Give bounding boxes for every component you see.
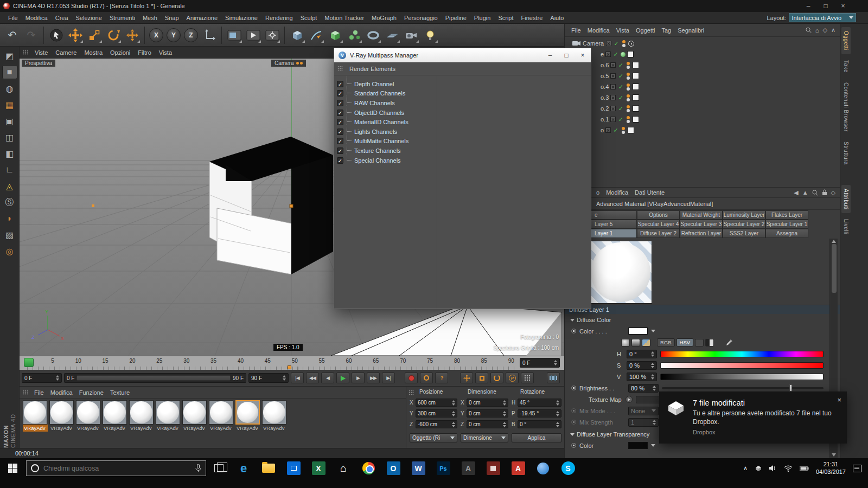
vp-menu-filtro[interactable]: Filtro bbox=[134, 49, 155, 56]
texture-expand-button[interactable] bbox=[626, 396, 633, 403]
vp-menu-camere[interactable]: Camere bbox=[52, 49, 80, 56]
scale-tool[interactable] bbox=[85, 26, 103, 44]
tab-specular-layer-2[interactable]: Specular Layer 2 bbox=[723, 220, 765, 229]
apply-button[interactable]: Applica bbox=[512, 433, 561, 442]
mixer-icon[interactable] bbox=[695, 339, 704, 346]
visibility-dots[interactable] bbox=[626, 62, 631, 69]
material-item-active[interactable]: VRayAdv bbox=[235, 400, 260, 432]
goto-start-button[interactable]: |◀ bbox=[291, 373, 304, 383]
menu-crea[interactable]: Crea bbox=[52, 15, 72, 21]
taskbar-clock[interactable]: 21:31 04/03/2017 bbox=[816, 461, 846, 476]
record-parameter-toggle[interactable]: P bbox=[506, 373, 519, 383]
tab-struttura[interactable]: Struttura bbox=[841, 138, 851, 169]
swatch-dropdown-icon[interactable] bbox=[651, 444, 655, 447]
dimension-x-field[interactable]: 0 cm bbox=[467, 399, 508, 407]
texture-tag-icon[interactable] bbox=[633, 62, 639, 68]
enable-toggle[interactable] bbox=[610, 95, 616, 100]
state-check-icon[interactable]: ✓ bbox=[617, 73, 624, 80]
position-z-field[interactable]: -600 cm bbox=[416, 420, 457, 428]
menu-strumenti[interactable]: Strumenti bbox=[106, 15, 139, 21]
object-row[interactable]: o.3 ✓ bbox=[565, 92, 840, 103]
spline-pen-button[interactable] bbox=[307, 26, 325, 44]
wifi-icon[interactable] bbox=[784, 465, 793, 472]
back-icon[interactable]: ◀ bbox=[794, 189, 798, 196]
scroll-thumb[interactable] bbox=[832, 244, 837, 293]
visibility-dots[interactable] bbox=[626, 116, 631, 123]
state-check-icon[interactable]: ✓ bbox=[617, 116, 624, 123]
tab-assegna[interactable]: Assegna bbox=[765, 229, 808, 238]
eyedropper-icon[interactable] bbox=[726, 339, 733, 346]
dialog-title-bar[interactable]: V V-Ray Multipass Manager – □ × bbox=[334, 48, 591, 62]
saturation-field[interactable]: 0 % bbox=[627, 361, 657, 370]
object-row[interactable]: o.6 ✓ bbox=[565, 60, 840, 70]
object-mode-dropdown[interactable]: Oggetto (Ri bbox=[410, 433, 457, 442]
enable-toggle[interactable] bbox=[610, 84, 616, 89]
enable-axis-icon[interactable]: ◬ bbox=[2, 179, 17, 193]
texture-tag-icon[interactable] bbox=[628, 127, 634, 133]
cortana-search-box[interactable] bbox=[26, 460, 206, 476]
rotation-b-field[interactable]: 0 ° bbox=[518, 420, 561, 428]
hsv-button[interactable]: HSV bbox=[676, 338, 694, 346]
undo-button[interactable]: ↶ bbox=[3, 26, 21, 44]
prev-key-button[interactable]: ◀◀ bbox=[306, 373, 319, 383]
menu-snap[interactable]: Snap bbox=[161, 15, 183, 21]
visibility-dots[interactable] bbox=[626, 94, 631, 101]
taskbar-app-edge[interactable]: e bbox=[231, 458, 256, 478]
material-item[interactable]: VRayAdv bbox=[129, 400, 154, 432]
taskbar-app-skype[interactable]: S bbox=[556, 458, 580, 478]
mat-menu-texture[interactable]: Texture bbox=[107, 389, 133, 396]
material-item[interactable]: VRayAdv bbox=[23, 400, 48, 432]
microphone-icon[interactable] bbox=[195, 464, 201, 472]
visibility-dots[interactable] bbox=[621, 40, 627, 47]
material-item[interactable]: VRayAdv bbox=[262, 400, 287, 432]
menu-plugin[interactable]: Plugin bbox=[470, 15, 495, 21]
visibility-dots[interactable] bbox=[626, 73, 631, 80]
render-view-button[interactable] bbox=[225, 26, 243, 44]
channel-checkbox[interactable]: ✓ bbox=[337, 90, 343, 97]
tab-diffuse-layer-2[interactable]: Diffuse Layer 2 bbox=[637, 229, 680, 238]
material-item[interactable]: VRayAdv bbox=[182, 400, 207, 432]
move-tool[interactable] bbox=[66, 26, 84, 44]
dropbox-notification[interactable]: × 7 file modificati Tu e altre persone a… bbox=[659, 391, 847, 444]
timeline-range-scrubber[interactable]: 0 F90 F bbox=[64, 373, 246, 383]
texture-tag-icon[interactable] bbox=[633, 94, 639, 101]
taskbar-app-excel[interactable]: X bbox=[306, 458, 331, 478]
tab-options[interactable]: Options bbox=[637, 210, 680, 220]
material-item[interactable]: VRayAdv bbox=[209, 400, 234, 432]
layout-dropdown[interactable]: Interfaccia di Avvio bbox=[789, 13, 856, 22]
timeline-ruler[interactable]: 051015202530354045505560657075808590 0 F bbox=[20, 356, 564, 370]
vp-menu-vista[interactable]: Vista bbox=[155, 49, 176, 56]
notification-close-button[interactable]: × bbox=[837, 396, 841, 404]
state-check-icon[interactable]: ✓ bbox=[617, 62, 624, 69]
material-item[interactable]: VRayAdv bbox=[156, 400, 181, 432]
texture-tag-icon[interactable] bbox=[633, 105, 639, 112]
taskbar-app-dark[interactable]: A bbox=[456, 458, 481, 478]
render-settings-button[interactable] bbox=[263, 26, 281, 44]
prev-frame-button[interactable]: ◀ bbox=[321, 373, 334, 383]
menu-selezione[interactable]: Selezione bbox=[72, 15, 106, 21]
lock-icon[interactable] bbox=[822, 189, 827, 196]
tab-attributi[interactable]: Attributi bbox=[841, 185, 851, 213]
channel-checkbox[interactable]: ✓ bbox=[337, 110, 343, 116]
am-menu-modifica[interactable]: Modifica bbox=[603, 189, 631, 196]
enable-toggle[interactable] bbox=[610, 106, 616, 111]
dropbox-tray-icon[interactable] bbox=[755, 465, 762, 472]
tab-material-weight[interactable]: Material Weight bbox=[680, 210, 723, 220]
value-field[interactable]: 100 % bbox=[627, 373, 657, 381]
group-diffuse-color[interactable]: Diffuse Color bbox=[565, 316, 840, 324]
ruler-frame-field[interactable]: 0 F bbox=[520, 358, 560, 368]
dialog-close-button[interactable]: × bbox=[575, 48, 591, 62]
material-item[interactable]: VRayAdv bbox=[103, 400, 127, 432]
tab-luminosity-layer[interactable]: Luminosity Layer bbox=[723, 210, 765, 220]
rotation-p-field[interactable]: -19.45 ° bbox=[518, 409, 561, 418]
panel-grip-icon[interactable] bbox=[23, 389, 28, 395]
search-icon[interactable] bbox=[806, 27, 812, 33]
material-preview-sphere[interactable] bbox=[589, 241, 652, 304]
material-item[interactable]: VRayAdv bbox=[49, 400, 74, 432]
rotate-tool[interactable] bbox=[104, 26, 122, 44]
channel-checkbox[interactable]: ✓ bbox=[337, 100, 343, 106]
hue-gradient-bar[interactable] bbox=[660, 351, 824, 357]
scroll-down-icon[interactable] bbox=[832, 453, 836, 457]
menu-file[interactable]: File bbox=[4, 15, 22, 21]
start-button[interactable] bbox=[0, 458, 25, 478]
